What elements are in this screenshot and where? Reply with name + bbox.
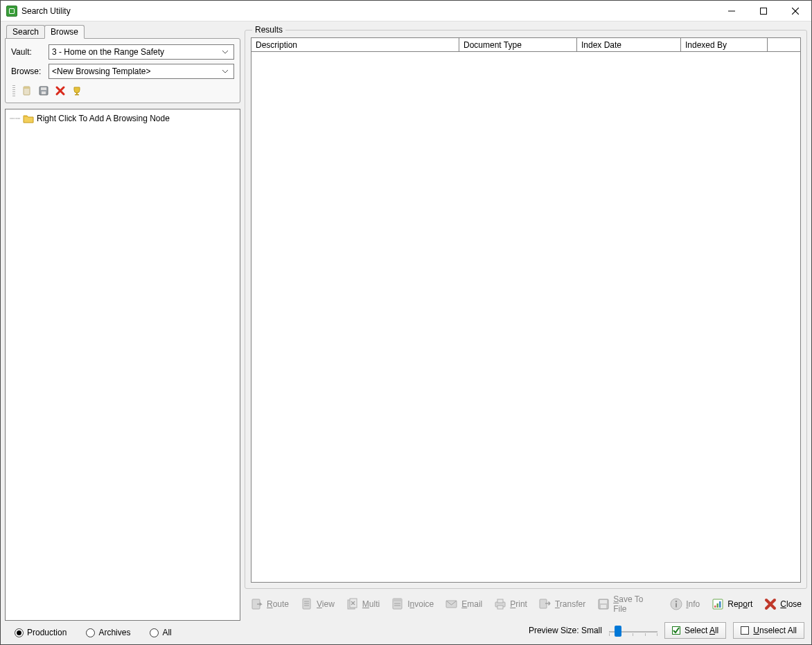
svg-rect-38 xyxy=(719,601,721,608)
tree-connector-icon: ┈┈ xyxy=(10,114,20,123)
col-indexed-by[interactable]: Indexed By xyxy=(681,38,768,51)
browse-panel: Vault: 3 - Home on the Range Safety Brow… xyxy=(5,38,240,103)
svg-rect-11 xyxy=(76,93,78,94)
col-document-type[interactable]: Document Type xyxy=(459,38,577,51)
invoice-icon xyxy=(391,597,405,611)
preview-size-slider[interactable] xyxy=(609,624,657,637)
save-to-file-label: Save To File xyxy=(613,594,658,614)
col-description[interactable]: Description xyxy=(251,38,459,51)
titlebar: Search Utility xyxy=(1,1,811,21)
svg-rect-21 xyxy=(393,599,402,601)
route-button[interactable]: Route xyxy=(246,596,293,612)
svg-rect-27 xyxy=(497,606,503,609)
results-groupbox: Results Description Document Type Index … xyxy=(245,30,807,589)
multi-button[interactable]: Multi xyxy=(342,596,384,612)
radio-all[interactable]: All xyxy=(150,628,171,637)
transfer-label: Transfer xyxy=(555,599,585,609)
svg-rect-31 xyxy=(601,605,606,608)
results-body xyxy=(251,52,800,582)
wizard-button[interactable] xyxy=(71,85,83,97)
maximize-icon xyxy=(760,8,767,15)
results-grid[interactable]: Description Document Type Index Date Ind… xyxy=(251,37,801,583)
delete-template-button[interactable] xyxy=(54,85,67,97)
info-button[interactable]: Info xyxy=(665,596,704,612)
print-button[interactable]: Print xyxy=(489,596,531,612)
svg-rect-12 xyxy=(75,94,79,96)
minimize-icon xyxy=(728,8,735,15)
email-label: Email xyxy=(461,599,482,609)
col-index-date[interactable]: Index Date xyxy=(577,38,681,51)
tab-search-label: Search xyxy=(12,27,39,37)
results-group-label: Results xyxy=(252,25,285,35)
tree-root-label: Right Click To Add A Browsing Node xyxy=(37,114,170,123)
route-icon xyxy=(250,597,264,611)
unselect-all-button[interactable]: Unselect All xyxy=(733,622,804,639)
scope-radio-group: Production Archives All xyxy=(5,621,240,640)
window-title: Search Utility xyxy=(21,6,71,16)
view-icon xyxy=(300,597,314,611)
tab-browse-label: Browse xyxy=(51,27,78,37)
info-label: Info xyxy=(686,599,700,609)
svg-point-33 xyxy=(676,601,678,603)
close-button[interactable]: Close xyxy=(759,596,806,612)
report-label: Report xyxy=(727,599,752,609)
radio-production[interactable]: Production xyxy=(15,628,67,637)
svg-rect-34 xyxy=(676,603,677,608)
save-template-button[interactable] xyxy=(37,85,50,97)
radio-all-label: All xyxy=(162,628,171,637)
transfer-icon xyxy=(538,597,552,611)
radio-icon xyxy=(86,628,95,637)
radio-archives-label: Archives xyxy=(98,628,130,637)
browse-row: Browse: <New Browsing Template> xyxy=(11,64,234,79)
close-window-button[interactable] xyxy=(779,1,811,21)
transfer-button[interactable]: Transfer xyxy=(534,596,590,612)
preview-bar: Preview Size: Small Select All Unselect … xyxy=(245,617,807,640)
select-all-label: Select All xyxy=(685,626,718,635)
print-icon xyxy=(493,597,507,611)
svg-rect-5 xyxy=(24,87,30,89)
browse-toolbar xyxy=(11,83,234,97)
checkbox-empty-icon xyxy=(741,626,749,635)
tab-strip: Search Browse xyxy=(5,24,240,38)
checkbox-checked-icon xyxy=(672,626,680,635)
app-window: Search Utility Search Browse Vault: xyxy=(0,0,812,645)
left-top: Search Browse Vault: 3 - Home on the Ran… xyxy=(5,24,240,103)
invoice-button[interactable]: Invoice xyxy=(387,596,438,612)
radio-icon xyxy=(150,628,159,637)
tree-root-node[interactable]: ┈┈ Right Click To Add A Browsing Node xyxy=(10,114,236,123)
radio-archives[interactable]: Archives xyxy=(86,628,130,637)
select-all-button[interactable]: Select All xyxy=(664,622,726,639)
route-label: Route xyxy=(267,599,289,609)
app-icon xyxy=(6,6,17,17)
save-to-file-button[interactable]: Save To File xyxy=(592,593,662,615)
browse-tree[interactable]: ┈┈ Right Click To Add A Browsing Node xyxy=(5,109,240,621)
vault-value: 3 - Home on the Range Safety xyxy=(52,47,220,57)
svg-rect-30 xyxy=(600,600,607,603)
tab-browse[interactable]: Browse xyxy=(44,25,85,39)
maximize-button[interactable] xyxy=(748,1,779,21)
svg-rect-8 xyxy=(42,91,46,94)
view-button[interactable]: View xyxy=(296,596,339,612)
vault-row: Vault: 3 - Home on the Range Safety xyxy=(11,44,234,60)
invoice-label: Invoice xyxy=(407,599,434,609)
right-pane: Results Description Document Type Index … xyxy=(245,24,807,640)
trophy-icon xyxy=(71,85,82,96)
client-area: Search Browse Vault: 3 - Home on the Ran… xyxy=(1,21,811,644)
browse-label: Browse: xyxy=(11,67,44,76)
delete-x-icon xyxy=(55,85,66,96)
view-label: View xyxy=(317,599,335,609)
left-pane: Search Browse Vault: 3 - Home on the Ran… xyxy=(5,24,240,640)
close-icon xyxy=(792,8,799,15)
browse-dropdown[interactable]: <New Browsing Template> xyxy=(48,64,234,79)
vault-dropdown[interactable]: 3 - Home on the Range Safety xyxy=(48,44,234,60)
tab-search[interactable]: Search xyxy=(6,25,45,38)
floppy-icon xyxy=(38,85,49,96)
new-template-button[interactable] xyxy=(21,85,33,97)
report-button[interactable]: Report xyxy=(707,596,757,612)
email-button[interactable]: Email xyxy=(441,596,486,612)
close-label: Close xyxy=(780,599,802,609)
svg-rect-36 xyxy=(714,606,716,608)
minimize-button[interactable] xyxy=(716,1,748,21)
radio-icon xyxy=(15,628,24,637)
radio-production-label: Production xyxy=(27,628,67,637)
